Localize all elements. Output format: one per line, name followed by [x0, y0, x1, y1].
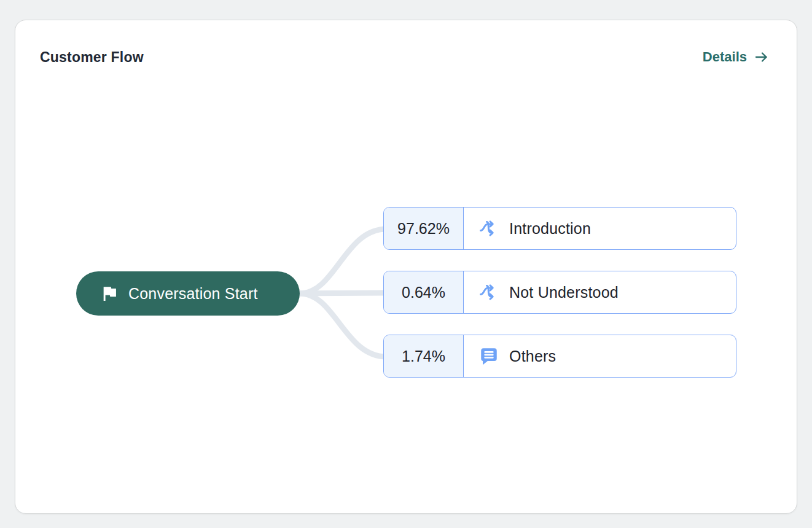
flow-connectors — [283, 203, 394, 387]
branch-node-introduction[interactable]: 97.62% Introduction — [383, 207, 736, 250]
root-node-label: Conversation Start — [128, 285, 258, 303]
branch-percent-badge: 0.64% — [384, 271, 464, 313]
shuffle-flow-icon — [478, 282, 499, 303]
customer-flow-diagram: Conversation Start 97.62% Introduction 0… — [15, 20, 797, 513]
chat-bubble-icon — [478, 346, 499, 367]
branch-label: Introduction — [509, 220, 591, 238]
branch-label: Not Understood — [509, 284, 619, 301]
branch-node-others[interactable]: 1.74% Others — [383, 335, 736, 378]
branch-percent-badge: 1.74% — [384, 335, 464, 377]
branch-connector-top — [300, 229, 386, 293]
flag-icon — [100, 284, 119, 303]
branch-percent-badge: 97.62% — [384, 208, 464, 249]
customer-flow-card: Customer Flow Details Conversation Start — [15, 20, 797, 514]
conversation-start-node[interactable]: Conversation Start — [76, 271, 300, 316]
branch-connector-middle — [300, 293, 386, 293]
branch-connector-bottom — [300, 293, 386, 357]
branch-label: Others — [509, 347, 556, 365]
branch-node-not-understood[interactable]: 0.64% Not Understood — [383, 271, 736, 314]
shuffle-flow-icon — [478, 218, 499, 239]
